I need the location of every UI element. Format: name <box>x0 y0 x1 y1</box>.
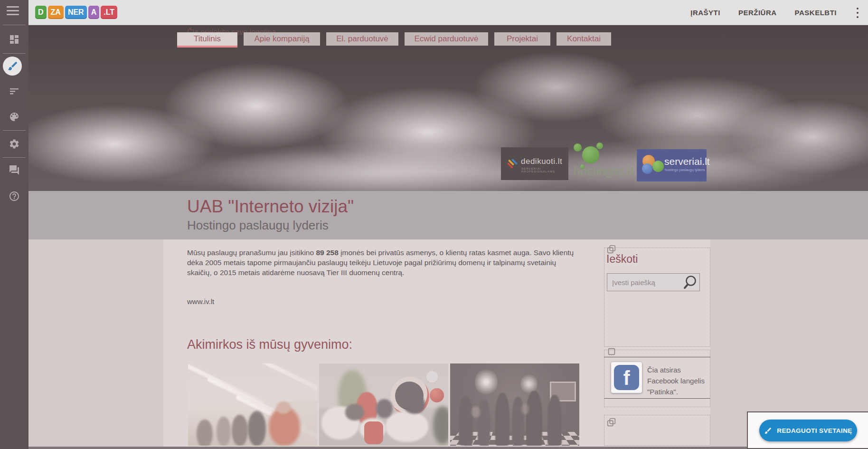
photo-shape <box>338 370 367 423</box>
serveriai-circle-icon <box>642 163 652 174</box>
intro-text: Mūsų paslaugų pranašumu jau įsitikino <box>187 248 316 257</box>
divider <box>604 398 710 399</box>
gallery-heading: Akimirkos iš mūsų gyvenimo: <box>187 337 352 352</box>
photo-shape <box>550 382 576 401</box>
photo-shape <box>364 421 383 444</box>
more-menu-icon[interactable] <box>855 8 860 18</box>
tab-apie-kompanija[interactable]: Apie kompaniją <box>244 32 320 46</box>
search-box <box>607 273 700 291</box>
photo-shape <box>276 401 291 414</box>
gallery-photo-party[interactable] <box>450 363 579 446</box>
photo-shape <box>217 417 231 446</box>
photo-shape <box>345 404 364 420</box>
photo-shape <box>390 377 429 416</box>
gallery-photo-office[interactable] <box>188 363 317 446</box>
editor-window: D ZA NER A .LT ĮRAŠYTI PERŽIŪRA PASKELBT… <box>0 0 868 449</box>
search-widget-title: Ieškoti <box>606 253 638 266</box>
hostingas-blob-icon <box>574 143 582 152</box>
divider <box>604 357 710 357</box>
logo-block: NER <box>65 6 87 19</box>
photo-shape <box>426 371 438 382</box>
tab-projektai[interactable]: Projektai <box>494 32 550 46</box>
page-bottom-edge <box>28 447 868 449</box>
serveriai-subtitle: hostingo paslaugų lyderis <box>665 168 705 172</box>
site-nav-tabs: Titulinis Apie kompaniją El. parduotuvė … <box>177 32 611 46</box>
photo-shape <box>478 399 490 446</box>
intro-paragraph: Mūsų paslaugų pranašumu jau įsitikino 89… <box>187 248 582 277</box>
photo-shape <box>188 363 265 405</box>
hostingas-blob-icon <box>596 143 603 149</box>
dizaineria-logo[interactable]: D ZA NER A .LT <box>35 6 117 19</box>
partner-logo-hostingas[interactable]: hostingas.lt <box>574 164 633 178</box>
hostingas-blob-icon <box>582 146 599 163</box>
dashboard-icon[interactable] <box>9 34 20 45</box>
photo-shape <box>450 432 579 446</box>
save-button[interactable]: ĮRAŠYTI <box>690 9 720 17</box>
chat-feedback-icon[interactable] <box>9 164 20 176</box>
tab-kontaktai[interactable]: Kontaktai <box>557 32 611 46</box>
cloud <box>28 96 237 191</box>
brush-icon <box>764 427 772 435</box>
sidebar-divider <box>3 53 26 54</box>
serveriai-circle-icon <box>652 161 664 172</box>
photo-shape <box>232 415 248 446</box>
editor-topbar: D ZA NER A .LT ĮRAŠYTI PERŽIŪRA PASKELBT… <box>28 0 868 25</box>
preview-button[interactable]: PERŽIŪRA <box>738 9 777 17</box>
gallery-photo-lounge[interactable] <box>319 363 448 446</box>
edit-site-panel: REDAGUOTI SVETAINĘ <box>747 411 868 449</box>
intro-bold-number: 89 258 <box>316 248 338 257</box>
photo-shape <box>475 367 498 397</box>
photo-shape <box>197 420 213 446</box>
photo-shape <box>526 391 542 446</box>
dedikuoti-subtitle: SERVERIAI PROFESIONALAMS <box>521 167 568 173</box>
cloud <box>575 68 821 163</box>
sidebar-divider <box>3 25 26 25</box>
photo-shape <box>386 411 428 442</box>
photo-shape <box>521 404 529 414</box>
cloud <box>142 54 370 158</box>
content-lines-icon[interactable] <box>9 86 20 97</box>
cloud <box>712 92 868 182</box>
search-widget: Ieškoti <box>604 248 710 347</box>
logo-block: .LT <box>101 6 117 19</box>
publish-button[interactable]: PASKELBTI <box>795 9 837 17</box>
facebook-placeholder-text: Čia atsiras Facebook langelis "Patinka". <box>647 364 710 397</box>
facebook-f-glyph: f <box>614 365 639 390</box>
sidebar-divider <box>3 130 26 131</box>
help-icon[interactable] <box>9 191 20 202</box>
empty-widget <box>604 415 710 446</box>
settings-gear-icon[interactable] <box>9 138 20 150</box>
design-brush-icon[interactable] <box>7 60 19 72</box>
editor-sidebar <box>0 0 28 449</box>
facebook-icon: f <box>611 362 642 393</box>
edit-site-button[interactable]: REDAGUOTI SVETAINĘ <box>759 420 857 441</box>
photo-shape <box>236 395 317 446</box>
site-hero-banner[interactable] <box>28 25 868 191</box>
photo-shape <box>495 393 509 446</box>
search-magnifier-icon[interactable] <box>681 274 698 291</box>
photo-shape <box>356 392 377 425</box>
palette-icon[interactable] <box>9 111 20 123</box>
hamburger-menu-icon[interactable] <box>7 6 19 15</box>
tab-el-parduotuve[interactable]: El. parduotuvė <box>326 32 398 46</box>
photo-shape <box>321 406 359 439</box>
tab-titulinis[interactable]: Titulinis <box>177 32 237 46</box>
facebook-widget: f Čia atsiras Facebook langelis "Patinka… <box>604 350 710 407</box>
logo-block: ZA <box>48 6 64 19</box>
widget-duplicate-icon[interactable] <box>606 417 617 430</box>
photo-shape <box>269 407 300 446</box>
tab-ecwid-parduotuve[interactable]: Ecwid parduotuvė <box>405 32 488 46</box>
partner-logo-serveriai[interactable]: serveriai.lt hostingo paslaugų lyderis <box>637 149 707 182</box>
website-link[interactable]: www.iv.lt <box>187 297 214 306</box>
sidebar-divider <box>3 157 26 158</box>
photo-shape <box>472 406 480 418</box>
photo-shape <box>459 396 473 446</box>
photo-shape <box>376 399 393 418</box>
photo-shape <box>433 406 448 444</box>
dedikuoti-dots-icon <box>505 155 519 170</box>
hero-heading-band <box>28 191 868 239</box>
photo-shape <box>359 418 386 439</box>
partner-logo-dedikuoti[interactable]: dedikuoti.lt SERVERIAI PROFESIONALAMS <box>501 147 568 180</box>
logo-block: A <box>88 6 100 19</box>
photo-shape <box>207 377 307 429</box>
